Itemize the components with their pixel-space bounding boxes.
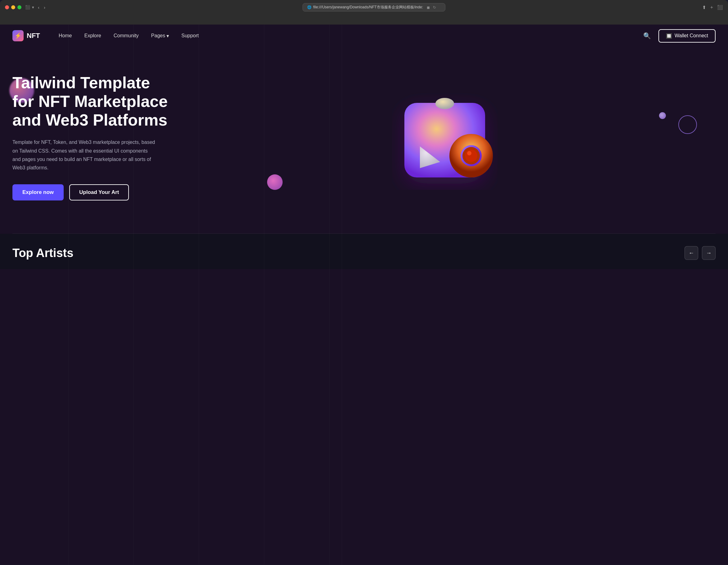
nav-link-pages[interactable]: Pages ▾ bbox=[151, 33, 169, 39]
traffic-light-fullscreen[interactable] bbox=[17, 5, 21, 9]
search-button[interactable]: 🔍 bbox=[642, 31, 652, 41]
forward-icon[interactable]: › bbox=[44, 5, 45, 10]
arrow-right-button[interactable]: → bbox=[702, 246, 716, 260]
address-bar-container: 🌐 file:///Users/janewang/Downloads/NFT市场… bbox=[49, 3, 698, 11]
nav-item-explore[interactable]: Explore bbox=[84, 33, 101, 39]
chevron-down-icon: ▾ bbox=[166, 33, 169, 39]
nav-link-explore[interactable]: Explore bbox=[84, 33, 101, 38]
orb-small-top bbox=[659, 112, 666, 119]
hero-title: Tailwind Template for NFT Marketplace an… bbox=[12, 74, 174, 129]
nav-arrows: ← → bbox=[685, 246, 716, 260]
share-icon[interactable]: ⬆ bbox=[702, 5, 706, 10]
hero-content: Tailwind Template for NFT Marketplace an… bbox=[12, 74, 174, 200]
browser-chrome: ⬛ ▾ ‹ › 🌐 file:///Users/janewang/Downloa… bbox=[0, 0, 728, 25]
nav-links: Home Explore Community Pages ▾ Support bbox=[59, 33, 642, 39]
nav-item-home[interactable]: Home bbox=[59, 33, 72, 39]
globe-icon: 🌐 bbox=[307, 5, 312, 9]
traffic-light-close[interactable] bbox=[5, 5, 9, 9]
wallet-label: Wallet Connect bbox=[675, 33, 708, 39]
new-tab-icon[interactable]: ＋ bbox=[709, 4, 714, 10]
logo[interactable]: ⚡ NFT bbox=[12, 30, 40, 41]
search-icon: 🔍 bbox=[643, 32, 651, 39]
nav-item-pages[interactable]: Pages ▾ bbox=[151, 33, 169, 39]
explore-now-button[interactable]: Explore now bbox=[12, 184, 64, 200]
cube-svg bbox=[392, 84, 498, 190]
logo-text: NFT bbox=[27, 32, 40, 40]
svg-point-3 bbox=[467, 151, 471, 155]
nft-cube-visual bbox=[392, 84, 498, 190]
wallet-icon: 🔲 bbox=[666, 33, 672, 39]
address-text: file:///Users/janewang/Downloads/NFT市场服务… bbox=[313, 5, 423, 10]
svg-point-2 bbox=[465, 149, 477, 162]
address-bar[interactable]: 🌐 file:///Users/janewang/Downloads/NFT市场… bbox=[303, 3, 445, 11]
extension-icon: ◼ bbox=[427, 5, 430, 10]
site-wrapper: ⚡ NFT Home Explore Community Pages ▾ Sup… bbox=[0, 25, 728, 565]
browser-actions: ⬆ ＋ ⬛ bbox=[702, 4, 723, 10]
chevron-down-icon: ▾ bbox=[32, 5, 34, 10]
browser-titlebar: ⬛ ▾ ‹ › 🌐 file:///Users/janewang/Downloa… bbox=[5, 3, 723, 11]
split-view-icon[interactable]: ⬛ bbox=[717, 5, 723, 10]
nav-item-community[interactable]: Community bbox=[114, 33, 139, 39]
hero-visual bbox=[174, 59, 716, 215]
traffic-light-minimize[interactable] bbox=[11, 5, 15, 9]
hero-description: Template for NFT, Token, and Web3 market… bbox=[12, 138, 155, 172]
browser-tabs bbox=[5, 14, 723, 25]
upload-art-button[interactable]: Upload Your Art bbox=[69, 184, 129, 200]
wallet-connect-button[interactable]: 🔲 Wallet Connect bbox=[658, 29, 716, 43]
bottom-section: Top Artists ← → bbox=[0, 234, 728, 269]
logo-icon: ⚡ bbox=[12, 30, 24, 41]
top-artists-title: Top Artists bbox=[12, 246, 73, 260]
reload-icon[interactable]: ↻ bbox=[433, 5, 436, 10]
hero-buttons: Explore now Upload Your Art bbox=[12, 184, 174, 200]
nav-item-support[interactable]: Support bbox=[181, 33, 199, 39]
orb-circle-right bbox=[678, 115, 697, 134]
orb-bottom-center bbox=[267, 174, 283, 190]
back-icon[interactable]: ‹ bbox=[38, 5, 39, 10]
cube-torus bbox=[455, 139, 487, 172]
lightning-icon: ⚡ bbox=[15, 32, 21, 39]
nav-link-community[interactable]: Community bbox=[114, 33, 139, 38]
navbar: ⚡ NFT Home Explore Community Pages ▾ Sup… bbox=[0, 25, 728, 47]
window-controls: ⬛ ▾ bbox=[25, 5, 34, 10]
hero-section: Tailwind Template for NFT Marketplace an… bbox=[0, 47, 728, 233]
sidebar-toggle-icon[interactable]: ⬛ bbox=[25, 5, 30, 10]
nav-link-home[interactable]: Home bbox=[59, 33, 72, 38]
nav-right: 🔍 🔲 Wallet Connect bbox=[642, 29, 716, 43]
traffic-lights bbox=[5, 5, 21, 9]
arrow-left-button[interactable]: ← bbox=[685, 246, 698, 260]
nav-link-support[interactable]: Support bbox=[181, 33, 199, 38]
cube-top-sphere bbox=[435, 98, 454, 109]
